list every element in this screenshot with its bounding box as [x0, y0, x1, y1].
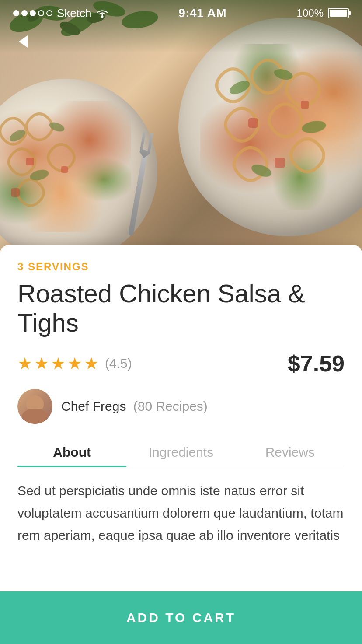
- chef-name: Chef Fregs: [61, 399, 126, 413]
- svg-rect-13: [275, 158, 285, 168]
- price-label: $7.59: [288, 350, 345, 377]
- svg-rect-6: [11, 188, 20, 197]
- tabs: About Ingredients Reviews: [17, 438, 345, 467]
- add-to-cart-label: ADD TO CART: [126, 610, 236, 625]
- battery-fill: [330, 10, 347, 17]
- chef-avatar: [17, 389, 52, 424]
- wifi-icon: [96, 8, 108, 18]
- status-bar: Sketch 9:41 AM 100%: [0, 0, 362, 26]
- rating-price-row: ★ ★ ★ ★ ★ (4.5) $7.59: [17, 350, 345, 377]
- signal-dot-3: [30, 10, 36, 16]
- battery-indicator: [328, 8, 349, 18]
- svg-rect-4: [26, 158, 34, 165]
- chef-recipe-count: (80 Recipes): [133, 399, 208, 413]
- rating-count: (4.5): [105, 356, 132, 371]
- star-4: ★: [67, 354, 82, 373]
- signal-dot-4: [38, 10, 44, 16]
- tab-about-label: About: [53, 445, 91, 459]
- battery-percentage: 100%: [297, 7, 324, 19]
- svg-point-0: [101, 16, 103, 18]
- star-5-half: ★: [84, 354, 99, 373]
- svg-rect-11: [248, 118, 258, 128]
- star-3: ★: [51, 354, 66, 373]
- signal-dot-5: [46, 10, 52, 16]
- svg-rect-12: [301, 101, 309, 108]
- star-1: ★: [17, 354, 32, 373]
- avatar-body: [22, 409, 48, 424]
- tab-reviews-label: Reviews: [265, 445, 315, 459]
- signal-dot-2: [21, 10, 28, 16]
- svg-rect-5: [61, 166, 68, 173]
- chef-row: Chef Fregs (80 Recipes): [17, 389, 345, 424]
- back-button[interactable]: [12, 31, 34, 52]
- tab-about[interactable]: About: [17, 438, 126, 467]
- pasta-left-svg: [0, 96, 118, 219]
- star-2: ★: [34, 354, 49, 373]
- content-card: 3 SERVINGS Roasted Chicken Salsa & Tighs…: [0, 245, 362, 592]
- rating-group: ★ ★ ★ ★ ★ (4.5): [17, 354, 132, 373]
- tab-ingredients[interactable]: Ingredients: [126, 438, 235, 467]
- chef-info: Chef Fregs (80 Recipes): [61, 399, 208, 414]
- servings-label: 3 SERVINGS: [17, 261, 345, 273]
- svg-point-9: [301, 119, 327, 134]
- back-arrow-icon: [19, 35, 28, 48]
- dish-title: Roasted Chicken Salsa & Tighs: [17, 279, 345, 337]
- status-left: Sketch: [13, 7, 108, 20]
- hero-image: [0, 0, 362, 271]
- time-display: 9:41 AM: [178, 6, 226, 20]
- signal-dots: [13, 10, 52, 16]
- carrier-label: Sketch: [57, 7, 92, 20]
- stars: ★ ★ ★ ★ ★: [17, 354, 99, 373]
- tab-reviews[interactable]: Reviews: [236, 438, 345, 467]
- add-to-cart-button[interactable]: ADD TO CART: [0, 592, 362, 644]
- battery-icon: [328, 8, 349, 18]
- signal-dot-1: [13, 10, 19, 16]
- tab-ingredients-label: Ingredients: [149, 445, 213, 459]
- status-right: 100%: [297, 7, 349, 19]
- pasta-right-svg: [196, 39, 362, 206]
- description-text: Sed ut perspiciatis unde omnis iste natu…: [17, 480, 345, 546]
